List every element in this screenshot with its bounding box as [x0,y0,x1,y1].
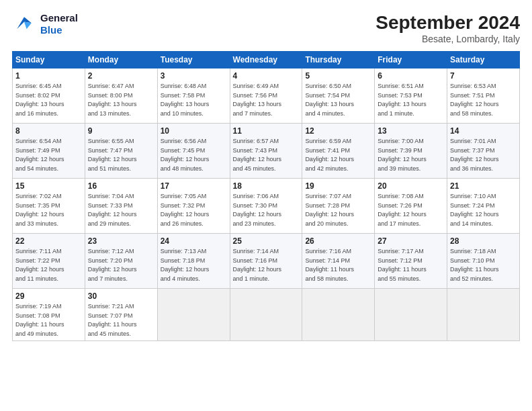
day-info: Sunrise: 6:48 AM Sunset: 7:58 PM Dayligh… [161,82,227,118]
day-number: 7 [450,71,517,81]
day-info: Sunrise: 6:54 AM Sunset: 7:49 PM Dayligh… [15,137,82,173]
calendar-cell: 9Sunrise: 6:55 AM Sunset: 7:47 PM Daylig… [85,124,157,179]
day-info: Sunrise: 6:59 AM Sunset: 7:41 PM Dayligh… [305,137,371,173]
day-info: Sunrise: 7:01 AM Sunset: 7:37 PM Dayligh… [450,137,517,173]
calendar-cell: 15Sunrise: 7:02 AM Sunset: 7:35 PM Dayli… [13,179,85,234]
day-number: 2 [88,71,154,81]
day-number: 14 [450,126,517,136]
calendar-cell: 22Sunrise: 7:11 AM Sunset: 7:22 PM Dayli… [13,234,85,289]
day-number: 19 [305,181,371,191]
calendar-cell: 7Sunrise: 6:53 AM Sunset: 7:51 PM Daylig… [447,68,520,124]
day-number: 25 [233,236,300,246]
header: General Blue September 2024 Besate, Lomb… [12,12,520,44]
title-block: September 2024 Besate, Lombardy, Italy [375,12,520,44]
day-info: Sunrise: 6:55 AM Sunset: 7:47 PM Dayligh… [88,137,154,173]
day-number: 10 [161,126,227,136]
page: General Blue September 2024 Besate, Lomb… [0,0,532,411]
day-number: 21 [450,181,517,191]
calendar-cell: 23Sunrise: 7:12 AM Sunset: 7:20 PM Dayli… [85,234,157,289]
day-number: 20 [378,181,444,191]
location-subtitle: Besate, Lombardy, Italy [375,34,520,44]
day-info: Sunrise: 7:17 AM Sunset: 7:12 PM Dayligh… [378,247,444,283]
month-title: September 2024 [375,12,520,34]
day-number: 5 [305,71,371,81]
day-number: 9 [88,126,154,136]
calendar-cell: 1Sunrise: 6:45 AM Sunset: 8:02 PM Daylig… [13,68,85,124]
day-info: Sunrise: 7:16 AM Sunset: 7:14 PM Dayligh… [305,247,371,283]
calendar-cell: 24Sunrise: 7:13 AM Sunset: 7:18 PM Dayli… [157,234,230,289]
day-info: Sunrise: 6:47 AM Sunset: 8:00 PM Dayligh… [88,82,154,118]
day-info: Sunrise: 6:53 AM Sunset: 7:51 PM Dayligh… [450,82,517,118]
day-number: 13 [378,126,444,136]
calendar-cell: 6Sunrise: 6:51 AM Sunset: 7:53 PM Daylig… [375,68,447,124]
day-info: Sunrise: 6:49 AM Sunset: 7:56 PM Dayligh… [233,82,300,118]
day-info: Sunrise: 7:04 AM Sunset: 7:33 PM Dayligh… [88,192,154,228]
logo-icon [12,12,36,36]
day-info: Sunrise: 7:02 AM Sunset: 7:35 PM Dayligh… [15,192,82,228]
day-info: Sunrise: 7:10 AM Sunset: 7:24 PM Dayligh… [450,192,517,228]
day-number: 27 [378,236,444,246]
day-number: 22 [15,236,82,246]
calendar-cell: 21Sunrise: 7:10 AM Sunset: 7:24 PM Dayli… [447,179,520,234]
calendar-header-row: SundayMondayTuesdayWednesdayThursdayFrid… [13,52,520,68]
col-header-thursday: Thursday [302,52,375,68]
calendar-cell: 2Sunrise: 6:47 AM Sunset: 8:00 PM Daylig… [85,68,157,124]
day-number: 24 [161,236,227,246]
calendar-cell [302,289,375,341]
calendar-cell [230,289,302,341]
calendar-cell: 19Sunrise: 7:07 AM Sunset: 7:28 PM Dayli… [302,179,375,234]
day-info: Sunrise: 6:51 AM Sunset: 7:53 PM Dayligh… [378,82,444,118]
col-header-monday: Monday [85,52,157,68]
calendar-cell: 30Sunrise: 7:21 AM Sunset: 7:07 PM Dayli… [85,289,157,341]
day-info: Sunrise: 7:18 AM Sunset: 7:10 PM Dayligh… [450,247,517,283]
svg-marker-1 [24,21,32,29]
calendar-cell: 12Sunrise: 6:59 AM Sunset: 7:41 PM Dayli… [302,124,375,179]
day-info: Sunrise: 6:56 AM Sunset: 7:45 PM Dayligh… [161,137,227,173]
col-header-saturday: Saturday [447,52,520,68]
day-number: 4 [233,71,300,81]
calendar-cell: 18Sunrise: 7:06 AM Sunset: 7:30 PM Dayli… [230,179,302,234]
day-info: Sunrise: 7:06 AM Sunset: 7:30 PM Dayligh… [233,192,300,228]
day-number: 26 [305,236,371,246]
day-info: Sunrise: 7:07 AM Sunset: 7:28 PM Dayligh… [305,192,371,228]
day-number: 3 [161,71,227,81]
day-info: Sunrise: 7:14 AM Sunset: 7:16 PM Dayligh… [233,247,300,283]
calendar-cell: 3Sunrise: 6:48 AM Sunset: 7:58 PM Daylig… [157,68,230,124]
calendar-cell: 20Sunrise: 7:08 AM Sunset: 7:26 PM Dayli… [375,179,447,234]
calendar-cell: 17Sunrise: 7:05 AM Sunset: 7:32 PM Dayli… [157,179,230,234]
day-number: 29 [15,291,82,301]
day-info: Sunrise: 7:11 AM Sunset: 7:22 PM Dayligh… [15,247,82,283]
day-number: 18 [233,181,300,191]
col-header-friday: Friday [375,52,447,68]
calendar-cell: 28Sunrise: 7:18 AM Sunset: 7:10 PM Dayli… [447,234,520,289]
logo: General Blue [12,12,78,36]
calendar-cell [375,289,447,341]
calendar-cell: 4Sunrise: 6:49 AM Sunset: 7:56 PM Daylig… [230,68,302,124]
day-number: 23 [88,236,154,246]
calendar-cell [157,289,230,341]
calendar-table: SundayMondayTuesdayWednesdayThursdayFrid… [12,51,520,341]
day-number: 12 [305,126,371,136]
calendar-cell [447,289,520,341]
calendar-cell: 5Sunrise: 6:50 AM Sunset: 7:54 PM Daylig… [302,68,375,124]
day-number: 30 [88,291,154,301]
day-info: Sunrise: 7:13 AM Sunset: 7:18 PM Dayligh… [161,247,227,283]
col-header-sunday: Sunday [13,52,85,68]
calendar-cell: 27Sunrise: 7:17 AM Sunset: 7:12 PM Dayli… [375,234,447,289]
day-number: 16 [88,181,154,191]
calendar-cell: 13Sunrise: 7:00 AM Sunset: 7:39 PM Dayli… [375,124,447,179]
col-header-wednesday: Wednesday [230,52,302,68]
day-number: 1 [15,71,82,81]
day-info: Sunrise: 6:45 AM Sunset: 8:02 PM Dayligh… [15,82,82,118]
day-info: Sunrise: 7:19 AM Sunset: 7:08 PM Dayligh… [15,302,82,338]
day-number: 8 [15,126,82,136]
day-info: Sunrise: 7:08 AM Sunset: 7:26 PM Dayligh… [378,192,444,228]
day-info: Sunrise: 7:21 AM Sunset: 7:07 PM Dayligh… [88,302,154,338]
calendar-cell: 11Sunrise: 6:57 AM Sunset: 7:43 PM Dayli… [230,124,302,179]
day-info: Sunrise: 6:50 AM Sunset: 7:54 PM Dayligh… [305,82,371,118]
logo-text-line2: Blue [40,24,78,36]
calendar-cell: 10Sunrise: 6:56 AM Sunset: 7:45 PM Dayli… [157,124,230,179]
day-info: Sunrise: 6:57 AM Sunset: 7:43 PM Dayligh… [233,137,300,173]
calendar-cell: 25Sunrise: 7:14 AM Sunset: 7:16 PM Dayli… [230,234,302,289]
day-number: 15 [15,181,82,191]
